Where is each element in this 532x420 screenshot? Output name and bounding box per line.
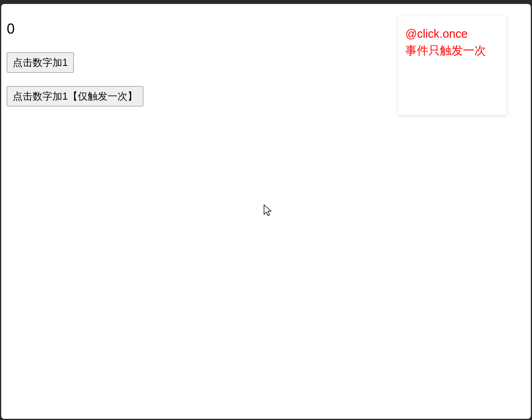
increment-button[interactable]: 点击数字加1 [7, 52, 74, 73]
annotation-line-1: @click.once [405, 25, 499, 42]
browser-viewport: 0 点击数字加1 点击数字加1【仅触发一次】 @click.once 事件只触发… [1, 4, 531, 419]
content-area: 0 点击数字加1 点击数字加1【仅触发一次】 @click.once 事件只触发… [1, 4, 531, 125]
cursor-icon [263, 204, 273, 217]
annotation-text: @click.once 事件只触发一次 [405, 25, 499, 59]
annotation-box: @click.once 事件只触发一次 [398, 16, 506, 115]
increment-once-button[interactable]: 点击数字加1【仅触发一次】 [7, 86, 143, 106]
annotation-line-2: 事件只触发一次 [405, 42, 499, 59]
